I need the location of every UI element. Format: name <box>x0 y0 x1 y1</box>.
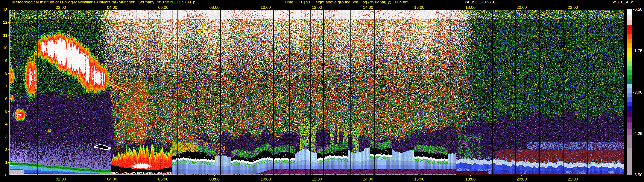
y-tick-label: 13. <box>0 8 8 12</box>
y-tick-label: 4. <box>0 122 8 126</box>
x-tick-label: 22:00 <box>564 5 582 10</box>
station-title: Meteorological Institute of Ludwig-Maxim… <box>12 0 195 4</box>
x-tick-label: 04:00 <box>104 5 121 10</box>
version-label: V: 2011/08/ <box>612 0 644 4</box>
y-tick-mark <box>8 124 10 124</box>
x-tick-label: 04:00 <box>104 177 121 182</box>
y-tick-label: 11. <box>0 33 8 37</box>
y-tick-label: 7. <box>0 84 8 88</box>
x-tick-label: 16:00 <box>411 5 428 10</box>
plot-title: Time [UTC] vs. Height above ground [km]:… <box>284 0 408 4</box>
y-tick-label: 6. <box>0 97 8 101</box>
y-tick-mark <box>8 111 10 112</box>
x-tick-label: 14:00 <box>360 5 377 10</box>
x-tick-label: 12:00 <box>308 5 326 10</box>
y-tick-mark <box>8 35 10 36</box>
y-tick-label: 5. <box>0 110 8 113</box>
instrument-date-label: YALIS: 11-07-2011 <box>464 0 498 4</box>
y-tick-label: 9. <box>0 59 8 63</box>
x-tick-label: 10:00 <box>257 177 274 182</box>
x-tick-label: 14:00 <box>360 177 377 182</box>
x-tick-label: 02:00 <box>52 177 70 182</box>
colorbar-label: -1.75 <box>633 49 644 53</box>
heatmap-plot <box>10 10 624 175</box>
y-tick-mark <box>8 86 10 86</box>
y-tick-mark <box>8 137 10 137</box>
x-tick-label: 06:00 <box>155 177 172 182</box>
x-tick-label: 06:00 <box>155 5 172 10</box>
y-tick-label: 2. <box>0 148 8 152</box>
y-tick-mark <box>8 22 10 23</box>
y-tick-mark <box>8 149 10 150</box>
y-tick-label: 12. <box>0 20 8 24</box>
x-tick-label: 02:00 <box>52 5 70 10</box>
y-tick-label: 0. <box>0 173 8 177</box>
y-tick-label: 3. <box>0 135 8 139</box>
y-tick-label: 10. <box>0 46 8 50</box>
colorbar-label: -0.50 <box>633 7 644 11</box>
x-tick-label: 08:00 <box>206 5 223 10</box>
colorbar <box>627 9 632 175</box>
y-tick-mark <box>8 10 10 10</box>
x-tick-label: 18:00 <box>462 177 479 182</box>
y-tick-mark <box>8 73 10 74</box>
y-tick-mark <box>8 99 10 99</box>
x-tick-label: 18:00 <box>462 5 479 10</box>
colorbar-label: -4.25 <box>633 132 644 136</box>
x-tick-label: 10:00 <box>257 5 274 10</box>
page: { "header": { "station_title": "Meteorol… <box>0 0 644 182</box>
colorbar-label: -3.00 <box>633 90 644 94</box>
x-tick-label: 12:00 <box>308 177 326 182</box>
y-tick-mark <box>8 162 10 163</box>
y-tick-mark <box>8 48 10 48</box>
heatmap-canvas <box>10 10 624 175</box>
y-tick-mark <box>8 61 10 61</box>
colorbar-gradient <box>627 9 632 175</box>
x-tick-label: 20:00 <box>513 5 530 10</box>
y-tick-label: 1. <box>0 161 8 165</box>
x-tick-label: 22:00 <box>564 177 582 182</box>
x-tick-label: 08:00 <box>206 177 223 182</box>
x-tick-label: 16:00 <box>411 177 428 182</box>
y-tick-label: 8. <box>0 72 8 75</box>
x-tick-label: 20:00 <box>513 177 530 182</box>
y-tick-mark <box>8 175 10 175</box>
colorbar-label: -5.50 <box>633 173 644 177</box>
